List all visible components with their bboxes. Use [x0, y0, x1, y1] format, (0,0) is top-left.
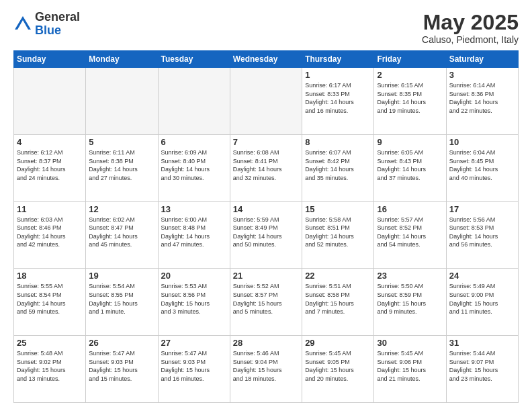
cell-w2-d5: 8Sunrise: 6:07 AM Sunset: 8:42 PM Daylig…	[302, 134, 374, 201]
cell-w1-d1	[14, 68, 86, 135]
day-info-11: Sunrise: 6:03 AM Sunset: 8:46 PM Dayligh…	[17, 216, 83, 249]
day-number-1: 1	[305, 70, 371, 80]
cell-w2-d1: 4Sunrise: 6:12 AM Sunset: 8:37 PM Daylig…	[14, 134, 86, 201]
day-number-31: 31	[449, 338, 515, 348]
cell-w4-d7: 24Sunrise: 5:49 AM Sunset: 9:00 PM Dayli…	[446, 269, 518, 336]
logo-general-text: General	[35, 10, 80, 24]
day-info-23: Sunrise: 5:50 AM Sunset: 8:59 PM Dayligh…	[377, 282, 443, 316]
cell-w5-d5: 29Sunrise: 5:45 AM Sunset: 9:05 PM Dayli…	[302, 336, 374, 403]
cell-w3-d6: 16Sunrise: 5:57 AM Sunset: 8:52 PM Dayli…	[374, 201, 446, 269]
day-number-14: 14	[233, 204, 299, 214]
day-info-25: Sunrise: 5:48 AM Sunset: 9:02 PM Dayligh…	[17, 349, 83, 383]
day-info-4: Sunrise: 6:12 AM Sunset: 8:37 PM Dayligh…	[17, 148, 83, 182]
day-info-1: Sunrise: 6:17 AM Sunset: 8:33 PM Dayligh…	[305, 81, 371, 115]
day-info-27: Sunrise: 5:47 AM Sunset: 9:03 PM Dayligh…	[161, 349, 227, 383]
day-info-18: Sunrise: 5:55 AM Sunset: 8:54 PM Dayligh…	[17, 282, 83, 316]
logo-icon	[13, 15, 32, 34]
cell-w2-d2: 5Sunrise: 6:11 AM Sunset: 8:38 PM Daylig…	[86, 134, 158, 201]
cell-w5-d4: 28Sunrise: 5:46 AM Sunset: 9:04 PM Dayli…	[230, 336, 302, 403]
day-info-29: Sunrise: 5:45 AM Sunset: 9:05 PM Dayligh…	[305, 349, 371, 383]
col-thursday: Thursday	[302, 51, 374, 68]
day-info-16: Sunrise: 5:57 AM Sunset: 8:52 PM Dayligh…	[377, 216, 443, 249]
week-row-5: 25Sunrise: 5:48 AM Sunset: 9:02 PM Dayli…	[14, 336, 519, 403]
cell-w2-d4: 7Sunrise: 6:08 AM Sunset: 8:41 PM Daylig…	[230, 134, 302, 201]
day-number-3: 3	[449, 70, 515, 80]
title-block: May 2025 Caluso, Piedmont, Italy	[422, 11, 519, 45]
day-info-17: Sunrise: 5:56 AM Sunset: 8:53 PM Dayligh…	[449, 216, 515, 249]
day-number-2: 2	[377, 70, 443, 80]
day-info-24: Sunrise: 5:49 AM Sunset: 9:00 PM Dayligh…	[449, 282, 515, 316]
calendar-header-row: Sunday Monday Tuesday Wednesday Thursday…	[14, 51, 519, 68]
cell-w5-d2: 26Sunrise: 5:47 AM Sunset: 9:03 PM Dayli…	[86, 336, 158, 403]
col-wednesday: Wednesday	[230, 51, 302, 68]
day-info-3: Sunrise: 6:14 AM Sunset: 8:36 PM Dayligh…	[449, 81, 515, 115]
cell-w3-d2: 12Sunrise: 6:02 AM Sunset: 8:47 PM Dayli…	[86, 201, 158, 269]
day-number-23: 23	[377, 271, 443, 281]
day-number-8: 8	[305, 137, 371, 147]
day-number-13: 13	[161, 204, 227, 214]
cell-w5-d6: 30Sunrise: 5:45 AM Sunset: 9:06 PM Dayli…	[374, 336, 446, 403]
day-info-5: Sunrise: 6:11 AM Sunset: 8:38 PM Dayligh…	[89, 148, 154, 182]
day-number-30: 30	[377, 338, 443, 348]
day-number-25: 25	[17, 338, 83, 348]
day-info-21: Sunrise: 5:52 AM Sunset: 8:57 PM Dayligh…	[233, 282, 299, 316]
day-number-16: 16	[377, 204, 443, 214]
cell-w1-d5: 1Sunrise: 6:17 AM Sunset: 8:33 PM Daylig…	[302, 68, 374, 135]
cell-w2-d6: 9Sunrise: 6:05 AM Sunset: 8:43 PM Daylig…	[374, 134, 446, 201]
day-info-22: Sunrise: 5:51 AM Sunset: 8:58 PM Dayligh…	[305, 282, 371, 316]
day-number-24: 24	[449, 271, 515, 281]
day-number-22: 22	[305, 271, 371, 281]
cell-w5-d1: 25Sunrise: 5:48 AM Sunset: 9:02 PM Dayli…	[14, 336, 86, 403]
day-info-13: Sunrise: 6:00 AM Sunset: 8:48 PM Dayligh…	[161, 216, 227, 249]
cell-w3-d7: 17Sunrise: 5:56 AM Sunset: 8:53 PM Dayli…	[446, 201, 518, 269]
cell-w1-d6: 2Sunrise: 6:15 AM Sunset: 8:35 PM Daylig…	[374, 68, 446, 135]
cell-w1-d2	[86, 68, 158, 135]
page: General Blue May 2025 Caluso, Piedmont, …	[0, 0, 532, 411]
day-number-5: 5	[89, 137, 154, 147]
day-info-26: Sunrise: 5:47 AM Sunset: 9:03 PM Dayligh…	[89, 349, 154, 383]
cell-w5-d3: 27Sunrise: 5:47 AM Sunset: 9:03 PM Dayli…	[158, 336, 230, 403]
day-number-28: 28	[233, 338, 299, 348]
day-number-6: 6	[161, 137, 227, 147]
day-number-17: 17	[449, 204, 515, 214]
cell-w5-d7: 31Sunrise: 5:44 AM Sunset: 9:07 PM Dayli…	[446, 336, 518, 403]
cell-w4-d6: 23Sunrise: 5:50 AM Sunset: 8:59 PM Dayli…	[374, 269, 446, 336]
day-info-8: Sunrise: 6:07 AM Sunset: 8:42 PM Dayligh…	[305, 148, 371, 182]
header: General Blue May 2025 Caluso, Piedmont, …	[13, 11, 519, 45]
day-number-9: 9	[377, 137, 443, 147]
location-subtitle: Caluso, Piedmont, Italy	[422, 34, 519, 45]
col-friday: Friday	[374, 51, 446, 68]
day-info-30: Sunrise: 5:45 AM Sunset: 9:06 PM Dayligh…	[377, 349, 443, 383]
day-number-11: 11	[17, 204, 83, 214]
week-row-1: 1Sunrise: 6:17 AM Sunset: 8:33 PM Daylig…	[14, 68, 519, 135]
cell-w3-d1: 11Sunrise: 6:03 AM Sunset: 8:46 PM Dayli…	[14, 201, 86, 269]
col-tuesday: Tuesday	[158, 51, 230, 68]
day-info-15: Sunrise: 5:58 AM Sunset: 8:51 PM Dayligh…	[305, 216, 371, 249]
day-number-26: 26	[89, 338, 154, 348]
cell-w2-d7: 10Sunrise: 6:04 AM Sunset: 8:45 PM Dayli…	[446, 134, 518, 201]
day-info-9: Sunrise: 6:05 AM Sunset: 8:43 PM Dayligh…	[377, 148, 443, 182]
day-info-20: Sunrise: 5:53 AM Sunset: 8:56 PM Dayligh…	[161, 282, 227, 316]
day-number-12: 12	[89, 204, 154, 214]
day-info-14: Sunrise: 5:59 AM Sunset: 8:49 PM Dayligh…	[233, 216, 299, 249]
month-title: May 2025	[422, 11, 519, 34]
cell-w1-d3	[158, 68, 230, 135]
day-number-4: 4	[17, 137, 83, 147]
day-number-18: 18	[17, 271, 83, 281]
day-info-28: Sunrise: 5:46 AM Sunset: 9:04 PM Dayligh…	[233, 349, 299, 383]
col-saturday: Saturday	[446, 51, 518, 68]
cell-w4-d1: 18Sunrise: 5:55 AM Sunset: 8:54 PM Dayli…	[14, 269, 86, 336]
day-info-19: Sunrise: 5:54 AM Sunset: 8:55 PM Dayligh…	[89, 282, 154, 316]
day-number-20: 20	[161, 271, 227, 281]
day-info-7: Sunrise: 6:08 AM Sunset: 8:41 PM Dayligh…	[233, 148, 299, 182]
day-info-12: Sunrise: 6:02 AM Sunset: 8:47 PM Dayligh…	[89, 216, 154, 249]
cell-w4-d2: 19Sunrise: 5:54 AM Sunset: 8:55 PM Dayli…	[86, 269, 158, 336]
day-number-10: 10	[449, 137, 515, 147]
day-info-2: Sunrise: 6:15 AM Sunset: 8:35 PM Dayligh…	[377, 81, 443, 115]
logo-blue-text: Blue	[35, 24, 61, 37]
cell-w4-d4: 21Sunrise: 5:52 AM Sunset: 8:57 PM Dayli…	[230, 269, 302, 336]
cell-w4-d5: 22Sunrise: 5:51 AM Sunset: 8:58 PM Dayli…	[302, 269, 374, 336]
cell-w4-d3: 20Sunrise: 5:53 AM Sunset: 8:56 PM Dayli…	[158, 269, 230, 336]
day-number-21: 21	[233, 271, 299, 281]
col-monday: Monday	[86, 51, 158, 68]
